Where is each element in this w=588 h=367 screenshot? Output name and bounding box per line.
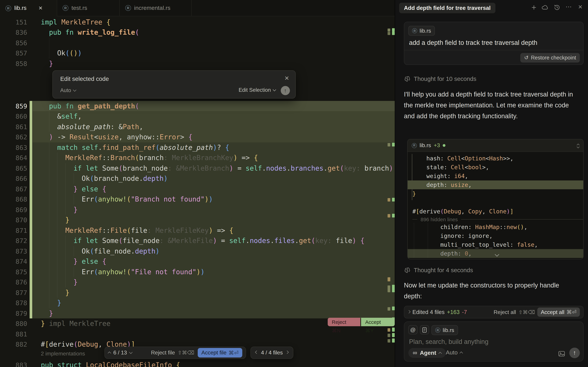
code-line[interactable]: 864MerkleRef::Branch(branch: MerkleBranc… — [0, 153, 395, 163]
diff-indicator — [392, 32, 395, 35]
diff-code-line: ignore: ignore, — [408, 231, 583, 240]
code-line[interactable]: 872if let Some(file_node: &MerkleFile) =… — [0, 236, 395, 246]
tab-lib-rs[interactable]: R lib.rs ✕ — [0, 0, 57, 16]
diff-indicator — [388, 214, 390, 217]
code-line[interactable]: 856 — [0, 38, 395, 48]
code-line[interactable]: 858} — [0, 58, 395, 69]
app-window: R lib.rs ✕ R test.rs R incremental.rs 15… — [0, 0, 588, 367]
more-options-icon[interactable]: ⋯ — [566, 3, 572, 10]
accept-all-button[interactable]: Accept all ⌘⏎ — [537, 308, 580, 317]
reject-file-button[interactable]: Reject file — [151, 350, 175, 356]
diff-indicator — [392, 214, 395, 217]
reject-all-button[interactable]: Reject all — [493, 309, 516, 315]
accept-file-button[interactable]: Accept file ⌘⏎ — [198, 348, 242, 358]
prev-file-icon[interactable] — [255, 350, 259, 354]
tab-test-rs[interactable]: R test.rs — [57, 0, 120, 16]
code-line[interactable]: 859pub fn get_path_depth( — [0, 101, 395, 111]
diff-code-line — [408, 198, 583, 207]
code-line[interactable]: 868Err(anyhow!("Branch not found")) — [0, 194, 395, 205]
context-file-chip[interactable]: R lib.rs — [408, 26, 435, 36]
code-line[interactable]: 870} — [0, 215, 395, 225]
model-selector[interactable]: Auto — [446, 349, 462, 356]
mention-button[interactable]: @ — [408, 325, 417, 334]
history-icon[interactable] — [554, 4, 560, 10]
expand-collapse-icon[interactable] — [577, 143, 579, 148]
context-file-chip[interactable]: R lib.rs — [432, 325, 458, 335]
hidden-lines-separator[interactable]: 896 hidden lines — [408, 216, 583, 223]
model-dropdown[interactable]: Auto — [60, 87, 76, 93]
diff-indicator — [392, 285, 395, 292]
reject-hunk-button[interactable]: Reject ⌘N — [328, 318, 361, 326]
close-tab-icon[interactable]: ✕ — [38, 5, 43, 11]
code-line[interactable]: 883pub struct LocalCodebaseFileInfo { — [0, 360, 395, 367]
files-counter: 4 / 4 files — [261, 350, 283, 356]
code-line[interactable]: 865if let Some(branch_node: &MerkleBranc… — [0, 163, 395, 174]
accept-hunk-button[interactable]: Accept ⌘Y — [361, 318, 395, 326]
thought-duration-row[interactable]: Thought for 10 seconds — [404, 75, 476, 83]
code-line[interactable]: 860&self, — [0, 111, 395, 122]
tab-label: incremental.rs — [134, 5, 171, 11]
diff-indicator — [388, 334, 390, 337]
edits-summary[interactable]: Edited 4 files — [412, 309, 445, 315]
assistant-paragraph: Now let me update the constructors to pr… — [404, 280, 575, 302]
code-line[interactable]: 151impl MerkleTree { — [0, 17, 395, 27]
diff-indicator — [388, 198, 390, 201]
next-file-icon[interactable] — [285, 350, 289, 354]
chat-input[interactable]: @ R lib.rs Plan, search, build anything … — [404, 321, 584, 362]
submit-edit-button[interactable]: ↑ — [281, 86, 290, 95]
diff-indicator — [388, 339, 390, 342]
code-line[interactable]: 861absolute_path: &Path, — [0, 122, 395, 132]
code-line[interactable]: 874} else { — [0, 256, 395, 267]
restore-checkpoint-button[interactable]: ↺ Restore checkpoint — [520, 53, 580, 63]
send-button[interactable]: ↑ — [569, 348, 580, 358]
code-line[interactable]: 879} — [0, 308, 395, 318]
code-line[interactable]: 875Err(anyhow!("File not found")) — [0, 267, 395, 277]
image-attach-icon[interactable] — [558, 351, 565, 357]
code-line[interactable]: 836pub fn write_log_file( — [0, 27, 395, 38]
prev-hunk-icon[interactable] — [108, 351, 111, 355]
code-line[interactable]: 863match self.find_path_ref(absolute_pat… — [0, 142, 395, 153]
diff-code-line: depth: usize, — [408, 180, 583, 189]
diff-indicator — [388, 32, 390, 35]
rust-file-icon: R — [5, 5, 11, 11]
rust-file-icon: R — [63, 5, 68, 11]
diff-indicator — [392, 333, 395, 337]
infinity-icon: ∞ — [413, 349, 417, 357]
code-line[interactable]: 871MerkleRef::File(file: MerkleFileKey) … — [0, 225, 395, 236]
close-panel-icon[interactable]: ✕ — [578, 4, 583, 10]
edited-file-header[interactable]: R lib.rs +3 — [408, 139, 583, 152]
attach-file-icon[interactable] — [420, 325, 429, 334]
implementations-code-lens[interactable]: 2 implementations — [41, 351, 85, 357]
thought-duration-row[interactable]: Thought for 4 seconds — [404, 267, 473, 274]
code-line[interactable]: 867} else { — [0, 184, 395, 194]
code-line[interactable]: 869} — [0, 205, 395, 215]
brain-icon — [404, 267, 411, 274]
next-hunk-icon[interactable] — [129, 350, 132, 354]
diff-code-line: weight: i64, — [408, 172, 583, 180]
new-thread-icon[interactable] — [531, 4, 537, 10]
expand-edits-icon[interactable] — [407, 310, 411, 313]
code-line[interactable]: 862) -> Result<usize, anyhow::Error> { — [0, 132, 395, 142]
tab-incremental-rs[interactable]: R incremental.rs — [120, 0, 191, 16]
scroll-down-icon[interactable] — [495, 251, 499, 257]
diff-indicator — [388, 285, 390, 292]
code-line[interactable]: 878} — [0, 298, 395, 308]
chevron-up-icon — [438, 352, 442, 355]
diff-code-line: children: HashMap::new(), — [408, 223, 583, 231]
divider — [404, 50, 583, 50]
diff-indicator — [388, 277, 390, 281]
code-line[interactable]: 866Ok(branch_node.depth) — [0, 174, 395, 184]
cloud-icon[interactable] — [542, 4, 549, 10]
dialog-close-icon[interactable]: ✕ — [285, 75, 289, 82]
code-line[interactable]: 877} — [0, 287, 395, 298]
thread-title-tab[interactable]: Add depth field for tree traversal — [399, 3, 495, 13]
edit-selection-dropdown[interactable]: Edit Selection — [239, 87, 276, 93]
mode-selector[interactable]: ∞ Agent — [408, 348, 446, 358]
code-line[interactable]: 857Ok(()) — [0, 48, 395, 58]
code-line[interactable]: 876} — [0, 277, 395, 287]
code-line[interactable]: 873Ok(file_node.depth) — [0, 246, 395, 256]
user-message-card: R lib.rs add a depth field to track tree… — [404, 22, 584, 65]
input-placeholder: Plan, search, build anything — [409, 338, 488, 346]
diff-code-line: multi_root_top_level: false, — [408, 240, 583, 249]
diff-indicator — [392, 307, 395, 310]
